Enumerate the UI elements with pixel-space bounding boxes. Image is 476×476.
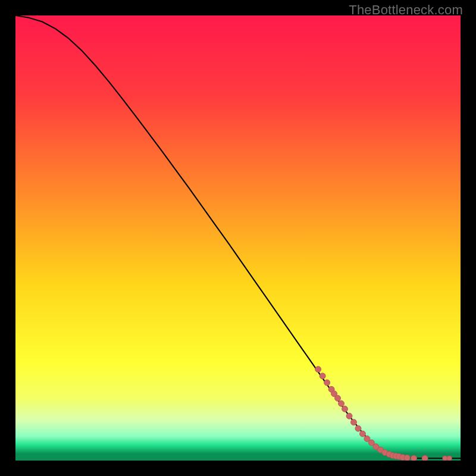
data-marker — [447, 456, 452, 461]
bottleneck-curve — [15, 15, 461, 458]
data-marker — [342, 406, 348, 412]
curve-layer — [15, 15, 461, 461]
marker-group — [315, 367, 452, 461]
data-marker — [404, 455, 410, 461]
data-marker — [315, 367, 321, 372]
data-marker — [350, 419, 356, 425]
data-marker — [324, 380, 330, 386]
data-marker — [346, 413, 352, 419]
plot-area — [15, 15, 461, 461]
data-marker — [355, 425, 361, 431]
data-marker — [359, 431, 365, 437]
data-marker — [320, 373, 325, 379]
data-marker — [339, 400, 345, 406]
data-marker — [411, 455, 416, 461]
data-marker — [422, 455, 428, 461]
data-marker — [443, 456, 447, 461]
data-marker — [335, 395, 341, 401]
chart-frame: TheBottleneck.com — [0, 0, 476, 476]
